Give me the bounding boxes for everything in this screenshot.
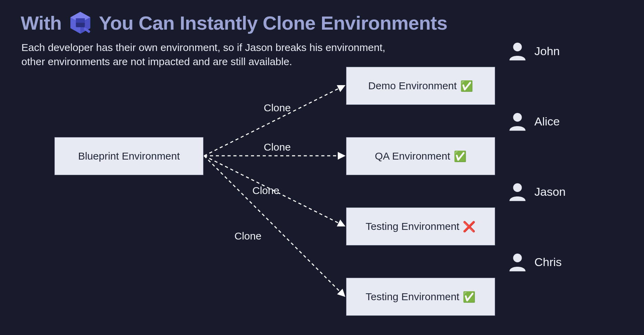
source-label: Blueprint Environment [78, 150, 180, 162]
svg-point-10 [513, 43, 522, 51]
status-ok-icon: ✅ [460, 80, 473, 92]
source-environment-box: Blueprint Environment [54, 137, 203, 175]
status-ok-icon: ✅ [454, 150, 466, 162]
user-block: Jason [507, 181, 566, 202]
svg-point-12 [513, 183, 522, 192]
user-avatar-icon [507, 251, 528, 273]
user-name: Jason [534, 185, 566, 199]
target-environment-box: Demo Environment ✅ [346, 67, 495, 105]
user-block: Alice [507, 111, 560, 132]
edge-label: Clone [234, 230, 261, 242]
user-name: Chris [534, 255, 562, 269]
edge-label: Clone [252, 185, 279, 196]
svg-point-11 [513, 113, 522, 122]
target-environment-box: Testing Environment ❌ [346, 207, 495, 245]
user-avatar-icon [507, 111, 528, 132]
title-suffix: You Can Instantly Clone Environments [99, 12, 447, 34]
target-label: Testing Environment [366, 221, 460, 232]
svg-point-13 [513, 254, 522, 262]
user-name: John [534, 44, 560, 58]
edge-label: Clone [264, 141, 291, 153]
user-avatar-icon [507, 181, 528, 202]
target-environment-box: Testing Environment ✅ [346, 278, 495, 316]
user-avatar-icon [507, 40, 528, 62]
brand-logo-icon [68, 10, 93, 35]
target-label: QA Environment [375, 150, 450, 162]
status-fail-icon: ❌ [463, 221, 475, 233]
user-name: Alice [534, 115, 560, 128]
svg-rect-4 [76, 18, 85, 23]
target-label: Testing Environment [366, 291, 460, 303]
target-label: Demo Environment [368, 80, 457, 92]
diagram-stage: With You Can Instantly Clone Environment… [0, 0, 644, 335]
svg-line-9 [204, 156, 345, 296]
user-block: John [507, 40, 560, 62]
page-subtitle: Each developer has their own environment… [21, 41, 401, 69]
edge-label: Clone [264, 102, 291, 114]
target-environment-box: QA Environment ✅ [346, 137, 495, 175]
title-prefix: With [21, 12, 62, 34]
page-title: With You Can Instantly Clone Environment… [21, 10, 447, 35]
status-ok-icon: ✅ [463, 291, 475, 303]
user-block: Chris [507, 251, 562, 273]
